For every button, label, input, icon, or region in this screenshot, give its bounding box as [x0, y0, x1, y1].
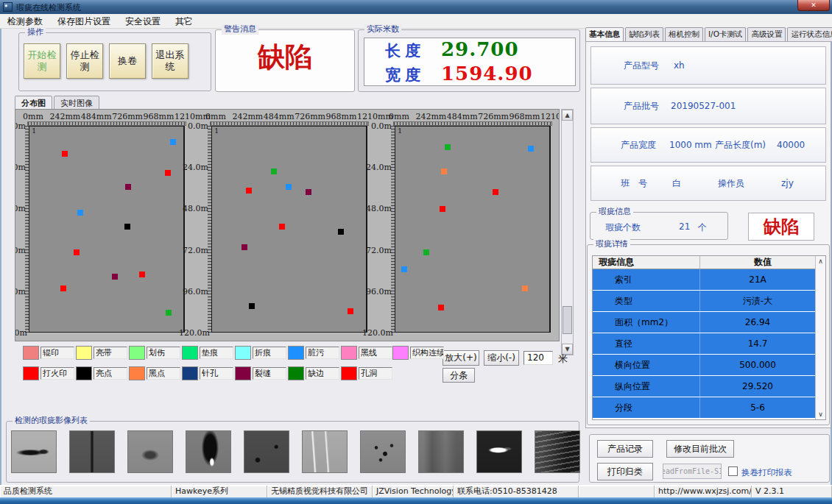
info-value: 20190527-001 — [671, 101, 736, 111]
defect-image-list-label: 检测的瑕疵影像列表 — [13, 416, 90, 426]
x-tick-label: 484mm — [447, 112, 478, 121]
scale-input[interactable]: 120 — [523, 351, 553, 365]
right-tab-4[interactable]: I/O卡测试 — [705, 27, 746, 41]
x-tick-label: 242mm — [415, 112, 446, 121]
menu-item-4[interactable]: 其它 — [168, 14, 200, 28]
table-row-3[interactable]: 面积（mm2）26.94 — [593, 312, 815, 333]
data-point — [440, 206, 445, 212]
scatter-plot-3[interactable]: 1 — [395, 126, 551, 333]
legend-label: 缺边 — [306, 367, 339, 380]
operation-group: 操作 开始检测停止检测换卷退出系统 — [18, 32, 211, 91]
table-row-1[interactable]: 索引21A — [593, 269, 815, 290]
right-tab-6[interactable]: 运行状态信息 — [787, 27, 832, 41]
zoom-out-button[interactable]: 缩小(-) — [484, 350, 519, 366]
op-button-1[interactable]: 开始检测 — [24, 43, 60, 79]
table-row-6[interactable]: 纵向位置29.520 — [593, 376, 815, 397]
zoom-in-button[interactable]: 放大(+) — [443, 350, 479, 366]
close-button[interactable]: ✕ — [797, 0, 830, 11]
table-cell-value: 污渍-大 — [700, 291, 815, 311]
defect-image-list-group: 检测的瑕疵影像列表 — [6, 421, 579, 483]
table-row-7[interactable]: 分段5-6 — [593, 397, 815, 418]
info-label: 产品长度(m) — [715, 139, 766, 152]
defect-count-label: 瑕疵个数 — [605, 221, 641, 234]
scrollbar-thumb[interactable] — [563, 306, 572, 334]
right-tab-2[interactable]: 缺陷列表 — [625, 27, 663, 41]
table-scroll-down-icon[interactable]: ∨ — [816, 411, 825, 418]
x-tick-label: 968mm — [144, 112, 174, 121]
y-tick-label: 24.0m — [362, 163, 392, 172]
split-button[interactable]: 分条 — [443, 368, 475, 383]
legend-label: 黑线 — [359, 347, 392, 359]
info-value: 40000 — [777, 140, 805, 150]
y-tick-label: 48.0m — [179, 204, 208, 213]
x-tick-label: 968mm — [510, 112, 540, 121]
table-scrollbar[interactable]: ∧∨ — [815, 256, 825, 419]
y-tick-label: 0.0m — [179, 121, 208, 131]
table-row-2[interactable]: 类型污渍-大 — [593, 291, 815, 311]
scroll-up-icon[interactable]: ▲ — [562, 110, 573, 121]
legend-label: 亮点 — [94, 367, 127, 380]
defect-thumbnail-8[interactable] — [418, 430, 464, 473]
info-box-2: 产品批号20190527-001 — [590, 88, 826, 124]
legend-label: 裂缝 — [253, 367, 286, 380]
table-header-row: 瑕疵信息数值 — [593, 256, 825, 269]
data-point — [522, 285, 528, 291]
legend-swatch — [182, 346, 198, 360]
defect-thumbnail-9[interactable] — [476, 430, 522, 473]
defect-thumbnail-1[interactable] — [11, 430, 57, 473]
defect-thumbnail-3[interactable] — [127, 430, 173, 473]
table-row-5[interactable]: 横向位置500.000 — [593, 355, 815, 375]
data-point — [338, 229, 344, 235]
length-value: 29.700 — [441, 38, 519, 60]
warning-message: 缺陷 — [216, 39, 354, 76]
op-button-4[interactable]: 退出系统 — [152, 43, 188, 79]
plot-scrollbar[interactable]: ▲ ▼ — [561, 109, 574, 355]
legend-label: 织构连续 — [410, 347, 444, 359]
op-button-2[interactable]: 停止检测 — [66, 43, 103, 79]
y-tick-label: 48.0m — [362, 204, 392, 213]
defect-thumbnail-10[interactable] — [535, 430, 580, 473]
data-point — [493, 189, 498, 195]
op-button-3[interactable]: 换卷 — [109, 43, 146, 79]
x-tick-label: 726mm — [112, 112, 143, 121]
product-record-button[interactable]: 产品记录 — [597, 440, 653, 458]
y-tick-label: 24.0m — [179, 163, 208, 172]
print-report-checkbox[interactable] — [728, 466, 738, 476]
info-label: 操作员 — [718, 177, 744, 190]
right-tab-3[interactable]: 相机控制 — [665, 27, 703, 41]
legend-swatch — [129, 346, 145, 360]
defect-summary-group: 瑕疵信息 瑕疵个数 21 个 — [590, 212, 728, 240]
status-segment-1: 品质检测系统 — [0, 486, 172, 498]
right-tab-5[interactable]: 高级设置 — [747, 27, 786, 41]
status-segment-3: 无锡精质视觉科技有限公司 — [267, 486, 373, 498]
modify-batch-button[interactable]: 修改目前批次 — [666, 440, 734, 458]
scatter-plot-2[interactable]: 1 — [211, 126, 367, 333]
table-row-4[interactable]: 直径14.7 — [593, 333, 815, 354]
menu-item-2[interactable]: 保存图片设置 — [50, 14, 118, 28]
menu-item-1[interactable]: 检测参数 — [0, 14, 50, 28]
x-tick-label: 1210mm — [540, 112, 560, 121]
table-cell-name: 面积（mm2） — [593, 312, 700, 333]
print-classify-button[interactable]: 打印归类 — [597, 463, 653, 480]
x-tick-label: 0mm — [205, 112, 226, 121]
defect-detail-table[interactable]: 瑕疵信息数值索引21A类型污渍-大面积（mm2）26.94直径14.7横向位置5… — [592, 255, 826, 420]
defect-thumbnail-5[interactable] — [244, 430, 289, 473]
table-scroll-up-icon[interactable]: ∧ — [816, 258, 825, 265]
legend-swatch — [76, 366, 92, 380]
data-point — [441, 168, 447, 174]
table-cell-name: 索引 — [593, 269, 700, 290]
menu-item-3[interactable]: 安全设置 — [118, 14, 168, 28]
title-bar: 瑕疵在线检测系统 ✕ — [0, 0, 832, 14]
defect-thumbnail-6[interactable] — [302, 430, 348, 473]
x-tick-label: 726mm — [478, 112, 509, 121]
defect-thumbnail-7[interactable] — [360, 430, 406, 473]
info-value: 白 — [672, 177, 681, 190]
defect-thumbnail-4[interactable] — [186, 430, 231, 473]
distribution-plot-panel: 0mm242mm484mm726mm968mm1210mm0.0m24.0m48… — [15, 109, 560, 341]
data-point — [279, 224, 285, 230]
info-label: 产品型号 — [624, 60, 659, 72]
scatter-plot-1[interactable]: 1 — [29, 126, 185, 333]
defect-thumbnail-2[interactable] — [69, 430, 115, 473]
right-tab-1[interactable]: 基本信息 — [585, 27, 624, 41]
defect-count-unit: 个 — [698, 221, 707, 234]
